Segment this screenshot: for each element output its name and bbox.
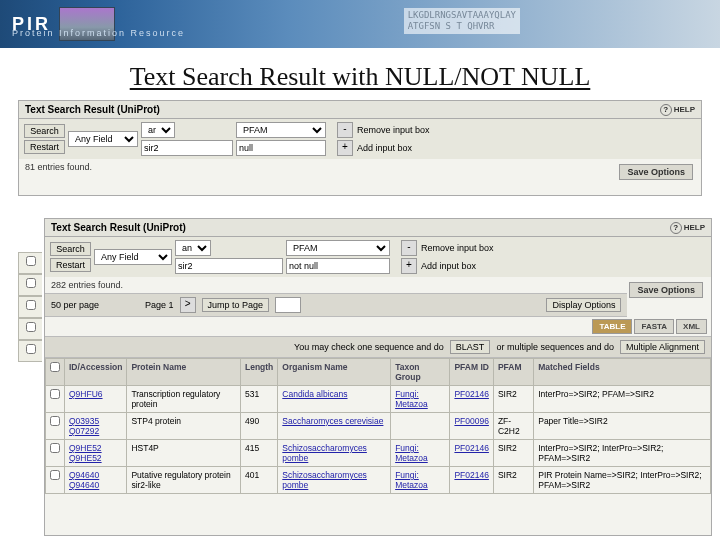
- cell-org: Saccharomyces cerevisiae: [278, 413, 391, 440]
- jump-page-input[interactable]: [275, 297, 301, 313]
- pfamid-link[interactable]: PF02146: [454, 470, 489, 480]
- add-label: Add input box: [421, 261, 476, 271]
- cell-pfamid: PF02146: [450, 467, 494, 494]
- cell-pname: Putative regulatory protein sir2-like: [127, 467, 241, 494]
- remove-label: Remove input box: [357, 125, 430, 135]
- org-link[interactable]: Candida albicans: [282, 389, 347, 399]
- cell-org: Schizosaccharomyces pombe: [278, 440, 391, 467]
- remove-row-button[interactable]: -: [401, 240, 417, 256]
- table-row: Q9HE52Q9HE52HST4P415Schizosaccharomyces …: [46, 440, 711, 467]
- panel-notnull: Text Search Result (UniProt) HELP Search…: [44, 218, 712, 536]
- id-link[interactable]: Q03935: [69, 416, 99, 426]
- panel1-count: 81 entries found.: [25, 162, 92, 172]
- col-id[interactable]: ID/Accession: [65, 359, 127, 386]
- cell-pfam: SIR2: [493, 440, 533, 467]
- row-checkbox[interactable]: [50, 416, 60, 426]
- multiple-alignment-button[interactable]: Multiple Alignment: [620, 340, 705, 354]
- col-org[interactable]: Organism Name: [278, 359, 391, 386]
- id-link[interactable]: Q9HE52: [69, 453, 102, 463]
- help-link[interactable]: HELP: [670, 222, 705, 234]
- pfamid-link[interactable]: PF02146: [454, 389, 489, 399]
- cell-taxon: Fungi: Metazoa: [391, 440, 450, 467]
- id-link[interactable]: Q07292: [69, 426, 99, 436]
- field1-input[interactable]: [175, 258, 283, 274]
- table-row: Q03935Q07292STP4 protein490Saccharomyces…: [46, 413, 711, 440]
- field2-select[interactable]: PFAM: [286, 240, 390, 256]
- blast-button[interactable]: BLAST: [450, 340, 491, 354]
- search-button[interactable]: Search: [24, 124, 65, 138]
- field2-input[interactable]: [286, 258, 390, 274]
- field2-select[interactable]: PFAM: [236, 122, 326, 138]
- taxon-link[interactable]: Fungi: Metazoa: [395, 443, 428, 463]
- id-link[interactable]: Q9HFU6: [69, 389, 103, 399]
- row-checkbox[interactable]: [50, 470, 60, 480]
- seq-line-1: LKGDLRNGSAVTAAAYQLAY: [408, 10, 516, 21]
- cell-matched: InterPro=>SIR2; PFAM=>SIR2: [534, 386, 711, 413]
- col-matched[interactable]: Matched Fields: [534, 359, 711, 386]
- org-link[interactable]: Schizosaccharomyces pombe: [282, 470, 367, 490]
- cell-pfam: ZF-C2H2: [493, 413, 533, 440]
- save-options-button[interactable]: Save Options: [629, 282, 703, 298]
- stub-checkbox[interactable]: [26, 344, 36, 354]
- field1-select[interactable]: Any Field: [94, 249, 172, 265]
- save-options-button[interactable]: Save Options: [619, 164, 693, 180]
- taxon-link[interactable]: Fungi: Metazoa: [395, 389, 428, 409]
- restart-button[interactable]: Restart: [24, 140, 65, 154]
- add-label: Add input box: [357, 143, 412, 153]
- remove-row-button[interactable]: -: [337, 122, 353, 138]
- cell-taxon: [391, 413, 450, 440]
- panel1-heading: Text Search Result (UniProt): [25, 104, 160, 115]
- row-checkbox[interactable]: [50, 389, 60, 399]
- action-mid: or multiple sequences and do: [496, 342, 614, 352]
- results-table: ID/Accession Protein Name Length Organis…: [45, 358, 711, 494]
- stub-checkbox[interactable]: [26, 322, 36, 332]
- cell-id: Q03935Q07292: [65, 413, 127, 440]
- field1-select[interactable]: Any Field: [68, 131, 138, 147]
- add-row-button[interactable]: +: [401, 258, 417, 274]
- row-checkbox[interactable]: [50, 443, 60, 453]
- tab-table[interactable]: TABLE: [592, 319, 632, 334]
- op-select[interactable]: and: [141, 122, 175, 138]
- pir-subtitle: Protein Information Resource: [12, 28, 185, 38]
- taxon-link[interactable]: Fungi: Metazoa: [395, 470, 428, 490]
- display-options-button[interactable]: Display Options: [546, 298, 621, 312]
- col-len[interactable]: Length: [240, 359, 277, 386]
- pagination-bar: 50 per page Page 1 > Jump to Page Displa…: [45, 293, 627, 317]
- field2-input[interactable]: [236, 140, 326, 156]
- col-pname[interactable]: Protein Name: [127, 359, 241, 386]
- cell-pname: Transcription regulatory protein: [127, 386, 241, 413]
- table-row: Q94640Q94640Putative regulatory protein …: [46, 467, 711, 494]
- next-page-button[interactable]: >: [180, 297, 196, 313]
- pfamid-link[interactable]: PF00096: [454, 416, 489, 426]
- op-select[interactable]: and: [175, 240, 211, 256]
- cell-matched: InterPro=>SIR2; InterPro=>SIR2; PFAM=>SI…: [534, 440, 711, 467]
- cell-pfamid: PF02146: [450, 440, 494, 467]
- jump-page-button[interactable]: Jump to Page: [202, 298, 270, 312]
- perpage-label: 50 per page: [51, 300, 99, 310]
- pfamid-link[interactable]: PF02146: [454, 443, 489, 453]
- cell-pfamid: PF00096: [450, 413, 494, 440]
- col-pfamid[interactable]: PFAM ID: [450, 359, 494, 386]
- org-link[interactable]: Saccharomyces cerevisiae: [282, 416, 383, 426]
- id-link[interactable]: Q9HE52: [69, 443, 102, 453]
- cell-len: 531: [240, 386, 277, 413]
- help-link[interactable]: HELP: [660, 104, 695, 116]
- tab-fasta[interactable]: FASTA: [634, 319, 674, 334]
- col-pfam[interactable]: PFAM: [493, 359, 533, 386]
- field1-input[interactable]: [141, 140, 233, 156]
- stub-checkbox[interactable]: [26, 278, 36, 288]
- restart-button[interactable]: Restart: [50, 258, 91, 272]
- tab-xml[interactable]: XML: [676, 319, 707, 334]
- stub-checkbox[interactable]: [26, 300, 36, 310]
- branding-bar: PIR Protein Information Resource LKGDLRN…: [0, 0, 720, 48]
- stub-checkbox[interactable]: [26, 256, 36, 266]
- add-row-button[interactable]: +: [337, 140, 353, 156]
- cell-matched: PIR Protein Name=>SIR2; InterPro=>SIR2; …: [534, 467, 711, 494]
- cell-org: Candida albicans: [278, 386, 391, 413]
- col-taxon[interactable]: Taxon Group: [391, 359, 450, 386]
- search-button[interactable]: Search: [50, 242, 91, 256]
- org-link[interactable]: Schizosaccharomyces pombe: [282, 443, 367, 463]
- id-link[interactable]: Q94640: [69, 480, 99, 490]
- check-all[interactable]: [50, 362, 60, 372]
- id-link[interactable]: Q94640: [69, 470, 99, 480]
